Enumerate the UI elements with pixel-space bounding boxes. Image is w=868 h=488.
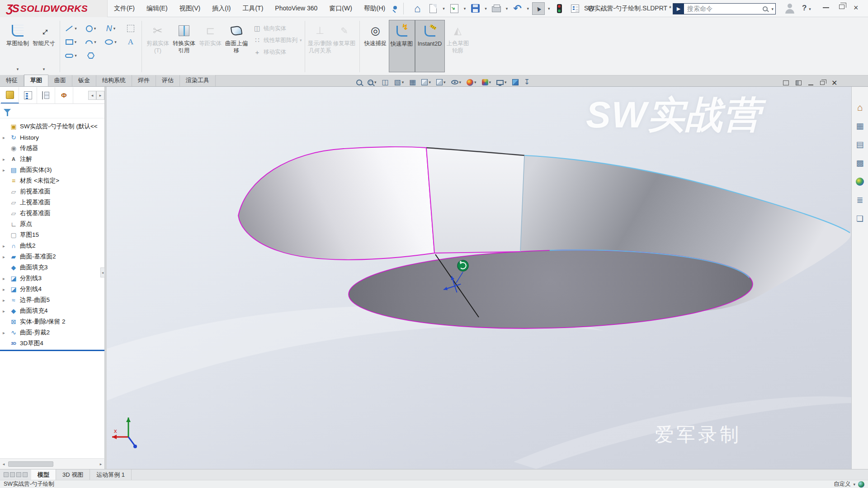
customize-dropdown-icon[interactable]: ▾ xyxy=(853,482,855,487)
zoom-fit-icon[interactable] xyxy=(356,80,362,85)
minimize-button[interactable] xyxy=(823,7,829,8)
spoon-left-surface[interactable] xyxy=(238,147,434,260)
select-cursor-icon[interactable]: ▲ xyxy=(532,2,545,15)
quick-snaps-button[interactable]: ◎ 快速捕捉 xyxy=(363,20,389,72)
menu-file[interactable]: 文件(F) xyxy=(114,5,135,13)
login-user-icon[interactable] xyxy=(785,4,795,14)
rollback-bar[interactable] xyxy=(0,350,104,351)
hide-show-items-icon[interactable]: ▾ xyxy=(451,80,462,84)
shadow-icon[interactable]: ▦ xyxy=(409,79,416,86)
tab-structure-system[interactable]: 结构系统 xyxy=(96,75,132,86)
arc-tool[interactable]: ▾ xyxy=(81,40,101,44)
slot-tool[interactable]: ▾ xyxy=(61,53,81,58)
apply-scene-icon[interactable]: ▾ xyxy=(482,79,491,85)
tab-feature-manager[interactable] xyxy=(1,87,19,103)
expand-icon[interactable]: ▸ xyxy=(3,244,9,249)
model-canvas[interactable]: x xyxy=(107,87,851,469)
pane-box-icon[interactable] xyxy=(23,472,28,477)
tab-scroll-right-icon[interactable]: ▸ xyxy=(96,91,104,100)
panel-collapse-icon[interactable]: ◂ xyxy=(100,267,105,277)
tab-sketch[interactable]: 草图 xyxy=(24,75,48,86)
menu-insert[interactable]: 插入(I) xyxy=(212,5,231,13)
circle-tool[interactable]: ▾ xyxy=(81,25,101,32)
help-icon[interactable]: ? ▾ xyxy=(802,4,811,13)
sketch-picture-tool[interactable] xyxy=(121,25,141,32)
menu-edit[interactable]: 编辑(E) xyxy=(146,5,168,13)
open-dropdown-icon[interactable]: ▾ xyxy=(464,6,466,11)
tree-item-history[interactable]: ▸↻History xyxy=(0,132,104,143)
home-icon[interactable]: ⌂ xyxy=(854,102,865,113)
dimension-dropdown-icon[interactable]: ▾ xyxy=(43,67,45,71)
search-input[interactable]: 搜索命令 xyxy=(684,5,763,13)
expand-icon[interactable]: ▸ xyxy=(3,135,9,140)
scroll-right-icon[interactable]: ▸ xyxy=(97,459,104,469)
close-button[interactable]: × xyxy=(854,3,859,13)
expand-icon[interactable]: ▸ xyxy=(3,157,9,162)
search-dropdown-icon[interactable]: ▾ xyxy=(771,7,774,11)
pane-box-icon[interactable] xyxy=(10,472,15,477)
section-view-icon[interactable]: ◫ xyxy=(382,79,389,86)
display-style-icon[interactable]: ▾ xyxy=(421,79,431,85)
pane-layout-icon[interactable] xyxy=(783,80,789,85)
tab-property-manager[interactable] xyxy=(19,87,37,103)
doc-minimize-icon[interactable] xyxy=(808,84,813,85)
menu-help[interactable]: 帮助(H) xyxy=(364,5,385,13)
pane-box-icon[interactable] xyxy=(4,472,9,477)
expand-icon[interactable]: ▸ xyxy=(3,298,9,303)
scroll-left-icon[interactable]: ◂ xyxy=(0,459,7,469)
tab-dimxpert[interactable]: Φ xyxy=(55,87,73,103)
new-document-icon[interactable] xyxy=(427,2,439,15)
search-commands-box[interactable]: ▶ 搜索命令 ▾ xyxy=(673,3,776,14)
ellipse-tool[interactable]: ▾ xyxy=(101,39,121,45)
menu-window[interactable]: 窗口(W) xyxy=(329,5,352,13)
3d-views-icon[interactable] xyxy=(512,79,519,85)
print-icon[interactable] xyxy=(490,2,503,15)
pin-menu-icon[interactable] xyxy=(392,5,399,12)
zoom-area-icon[interactable]: ▾ xyxy=(368,80,377,85)
tab-3d-views[interactable]: 3D 视图 xyxy=(56,469,90,480)
doc-restore-icon[interactable] xyxy=(820,81,825,85)
edit-appearance-icon[interactable]: ▾ xyxy=(467,79,476,86)
tab-configuration-manager[interactable] xyxy=(37,87,55,103)
rectangle-tool[interactable]: ▾ xyxy=(61,39,81,45)
smart-dimension-button[interactable]: ↔ 智能尺寸 ▾ xyxy=(31,20,57,72)
traffic-light-icon[interactable] xyxy=(553,2,566,15)
sketch-dropdown-icon[interactable]: ▾ xyxy=(17,67,19,71)
view-palette-icon[interactable]: ▩ xyxy=(854,158,865,169)
tree-item-surface-fill4[interactable]: ▸◆曲面填充4 xyxy=(0,305,104,316)
instant2d-button[interactable]: Instant2D xyxy=(415,20,445,72)
tree-item-surface-bodies[interactable]: ▸▤曲面实体(3) xyxy=(0,164,104,175)
restore-button[interactable] xyxy=(839,5,844,9)
forum-icon[interactable]: ❏ xyxy=(854,213,865,224)
tree-root[interactable]: ▣SW实战营-勺子绘制 (默认<< xyxy=(0,121,104,132)
print-dropdown-icon[interactable]: ▾ xyxy=(506,6,508,11)
filter-funnel-icon[interactable] xyxy=(4,109,11,113)
save-icon[interactable] xyxy=(469,2,481,15)
tree-item-sensors[interactable]: ◉传感器 xyxy=(0,143,104,154)
menu-view[interactable]: 视图(V) xyxy=(179,5,201,13)
view-settings-icon[interactable]: ▾ xyxy=(496,80,507,85)
home-icon[interactable]: ⌂ xyxy=(411,2,424,15)
pane-box-icon[interactable] xyxy=(16,472,21,477)
tree-item-annotations[interactable]: ▸A注解 xyxy=(0,154,104,164)
doc-close-icon[interactable]: ✕ xyxy=(831,79,837,87)
polygon-tool[interactable] xyxy=(81,52,101,59)
tab-model[interactable]: 模型 xyxy=(31,469,56,480)
tree-item-surface-trim2[interactable]: ▸∿曲面-剪裁2 xyxy=(0,327,104,338)
tab-sheet-metal[interactable]: 钣金 xyxy=(72,75,96,86)
offset-on-surface-button[interactable]: 曲面上偏移 xyxy=(223,20,250,72)
tab-render-tools[interactable]: 渲染工具 xyxy=(180,75,216,86)
save-dropdown-icon[interactable]: ▾ xyxy=(485,6,487,11)
tree-horizontal-scrollbar[interactable]: ◂ ▸ xyxy=(0,458,105,469)
tree-item-curve2[interactable]: ▸∩曲线2 xyxy=(0,240,104,251)
convert-entities-button[interactable]: 转换实体引用 xyxy=(171,20,197,72)
graphics-viewport[interactable]: x SW实战营 爱军录制 xyxy=(107,87,851,469)
tab-scroll-left-icon[interactable]: ◂ xyxy=(88,91,96,100)
tree-item-split-line4[interactable]: ▸◪分割线4 xyxy=(0,284,104,295)
tree-item-sketch15[interactable]: ▢草图15 xyxy=(0,230,104,240)
tree-item-front-plane[interactable]: ▱前视基准面 xyxy=(0,186,104,197)
tab-features[interactable]: 特征 xyxy=(0,75,24,86)
tree-item-top-plane[interactable]: ▱上视基准面 xyxy=(0,197,104,208)
undo-dropdown-icon[interactable]: ▾ xyxy=(527,6,529,11)
tree-item-surface-plane2[interactable]: ▸▰曲面-基准面2 xyxy=(0,251,104,262)
